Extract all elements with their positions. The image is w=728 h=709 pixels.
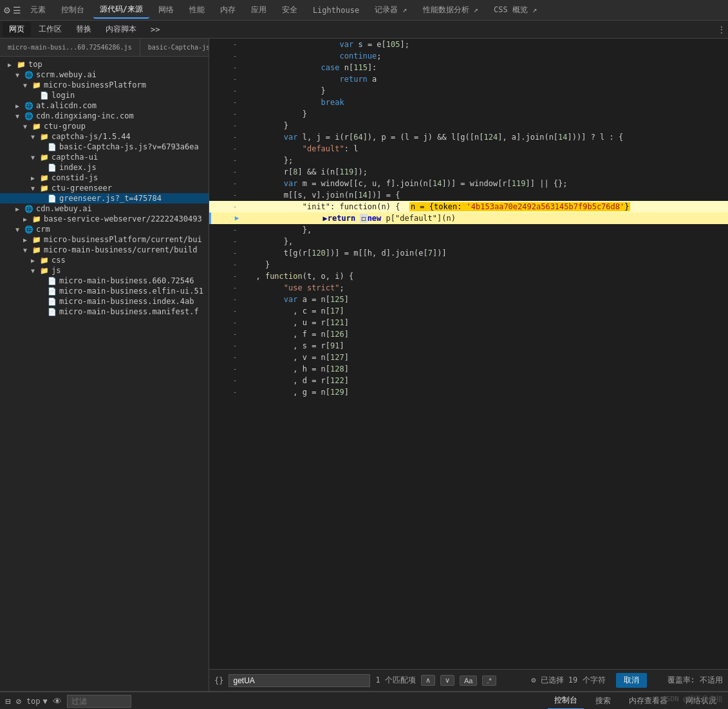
tree-item-micro-main[interactable]: ▼ 📁 micro-main-business/current/build xyxy=(0,245,209,255)
panel-settings-icon[interactable]: ⋮ xyxy=(718,25,725,34)
tree-item-index-js[interactable]: 📄 index.js xyxy=(0,162,209,173)
file-tab-1[interactable]: micro-main-busi...60.72546286.js xyxy=(0,39,140,56)
line-marker: - xyxy=(229,305,241,317)
tree-item-micro-bp[interactable]: ▶ 📁 micro-businessPlatform/current/bui xyxy=(0,234,209,245)
tab-recorder[interactable]: 记录器 ↗ xyxy=(368,2,413,18)
search-code-icon: {} xyxy=(214,676,223,685)
cancel-search-button[interactable]: 取消 xyxy=(616,673,647,688)
tree-item-js-manifest[interactable]: 📄 micro-main-business.manifest.f xyxy=(0,307,209,317)
line-code: , d = r[122] xyxy=(241,375,728,386)
tree-item-js-index[interactable]: 📄 micro-main-business.index.4ab xyxy=(0,296,209,307)
inspect-icon[interactable]: ☰ xyxy=(13,5,21,15)
panel-tab-webpage[interactable]: 网页 xyxy=(3,22,31,37)
bottom-tab-console[interactable]: 控制台 xyxy=(548,692,584,709)
code-line: - }; xyxy=(209,155,728,166)
file-tree[interactable]: micro-main-busi...60.72546286.js basic-C… xyxy=(0,39,209,691)
context-selector[interactable]: top xyxy=(26,697,41,706)
file-icon: 📄 xyxy=(48,143,57,151)
line-code: m[[s, v].join(n[14])] = { xyxy=(241,189,728,201)
file-icon: 📄 xyxy=(48,287,57,296)
tree-item-greenseer-js[interactable]: 📄 greenseer.js?_t=475784 xyxy=(0,193,209,203)
code-content[interactable]: - var s = e[105]; - continue; - case n[1… xyxy=(209,39,728,669)
tab-css-overview[interactable]: CSS 概览 ↗ xyxy=(487,2,543,18)
tree-item-mbp[interactable]: ▼ 📁 micro-businessPlatform xyxy=(0,80,209,90)
tree-item-ctu-greenseer[interactable]: ▼ 📁 ctu-greenseer xyxy=(0,183,209,193)
line-marker: - xyxy=(229,282,241,294)
sidebar-toggle-icon[interactable]: ⊟ xyxy=(5,696,10,706)
code-line: - , d = r[122] xyxy=(209,375,728,386)
tree-item-crm[interactable]: ▼ 🌐 crm xyxy=(0,224,209,234)
globe-icon: 🌐 xyxy=(24,225,33,234)
tree-item-scrm[interactable]: ▼ 🌐 scrm.webuy.ai xyxy=(0,70,209,80)
line-marker: - xyxy=(229,201,241,213)
line-marker: - xyxy=(229,259,241,270)
tree-label: micro-main-business.manifest.f xyxy=(59,307,199,316)
line-code: "use strict"; xyxy=(241,282,728,294)
bottom-tab-search[interactable]: 搜索 xyxy=(589,693,617,709)
tree-item-captcha-ui[interactable]: ▼ 📁 captcha-ui xyxy=(0,152,209,162)
tree-item-cdn-dingxiang[interactable]: ▼ 🌐 cdn.dingxiang-inc.com xyxy=(0,111,209,121)
eye-icon[interactable]: 👁 xyxy=(53,696,62,706)
tree-item-js-660[interactable]: 📄 micro-main-business.660.72546 xyxy=(0,276,209,286)
file-icon: 📄 xyxy=(48,164,57,172)
tab-lighthouse[interactable]: Lighthouse xyxy=(306,3,366,17)
folder-icon: 📁 xyxy=(32,215,41,223)
tree-label: captcha-ui xyxy=(51,153,98,162)
tab-console[interactable]: 控制台 xyxy=(55,2,91,18)
prev-match-button[interactable]: ∧ xyxy=(421,675,435,686)
line-code: case n[115]: xyxy=(241,62,728,73)
tree-item-ctu-group[interactable]: ▼ 📁 ctu-group xyxy=(0,121,209,131)
tab-sources[interactable]: 源代码/来源 xyxy=(93,1,149,19)
bottom-panel: ⊟ ⊘ top ▼ 👁 控制台 搜索 内存查看器 网络状况 › new p["d… xyxy=(0,691,728,709)
tab-perf-insights[interactable]: 性能数据分析 ↗ xyxy=(416,2,485,18)
tree-item-top[interactable]: ▶ 📁 top xyxy=(0,59,209,70)
tree-label: css xyxy=(51,256,66,265)
line-code: "init": function(n) { n = {token: '4b153… xyxy=(241,201,728,213)
file-tab-2[interactable]: basic-Captcha-js.js?v=6793a6ea xyxy=(140,39,209,56)
tab-memory[interactable]: 内存 xyxy=(214,2,242,18)
tab-network[interactable]: 网络 xyxy=(152,2,180,18)
tree-item-basic-captcha[interactable]: 📄 basic-Captcha-js.js?v=6793a6ea xyxy=(0,142,209,152)
line-marker: - xyxy=(229,108,241,120)
tree-item-cdn-webuy[interactable]: ▶ 🌐 cdn.webuy.ai xyxy=(0,203,209,214)
tree-item-js-folder[interactable]: ▼ 📁 js xyxy=(0,265,209,276)
context-arrow-icon[interactable]: ▼ xyxy=(43,697,48,706)
line-code: }; xyxy=(241,155,728,166)
line-marker: - xyxy=(229,340,241,352)
tree-item-captcha-js[interactable]: ▼ 📁 captcha-js/1.5.44 xyxy=(0,131,209,142)
tab-security[interactable]: 安全 xyxy=(275,2,304,18)
line-marker: - xyxy=(229,363,241,375)
line-code: continue; xyxy=(241,50,728,62)
clear-console-icon[interactable]: ⊘ xyxy=(15,696,21,706)
code-line: - "use strict"; xyxy=(209,282,728,294)
match-case-button[interactable]: Aa xyxy=(460,676,477,686)
tree-label: cdn.dingxiang-inc.com xyxy=(36,111,134,120)
code-line: - return a xyxy=(209,73,728,85)
line-marker: - xyxy=(229,224,241,236)
tab-application[interactable]: 应用 xyxy=(245,2,273,18)
coverage-info: 覆盖率: 不适用 xyxy=(667,675,723,686)
panel-tab-workspace[interactable]: 工作区 xyxy=(32,22,68,37)
panel-tab-content-scripts[interactable]: 内容脚本 xyxy=(99,22,143,37)
code-line: - var a = n[125] xyxy=(209,294,728,305)
tab-performance[interactable]: 性能 xyxy=(183,2,211,18)
panel-tab-more[interactable]: >> xyxy=(144,23,166,36)
selection-info: ⚙ 已选择 19 个字符 xyxy=(531,675,605,686)
panel-tab-overrides[interactable]: 替换 xyxy=(70,22,98,37)
tab-elements[interactable]: 元素 xyxy=(24,2,52,18)
tree-item-js-elfin[interactable]: 📄 micro-main-business.elfin-ui.51 xyxy=(0,286,209,296)
line-marker: - xyxy=(229,247,241,259)
tree-item-alicdn[interactable]: ▶ 🌐 at.alicdn.com xyxy=(0,100,209,111)
next-match-button[interactable]: ∨ xyxy=(440,675,454,686)
console-filter-input[interactable] xyxy=(67,695,131,708)
devtools-toolbar: ⚙ ☰ 元素 控制台 源代码/来源 网络 性能 内存 应用 安全 Lightho… xyxy=(0,0,728,21)
tree-item-login[interactable]: 📄 login xyxy=(0,90,209,100)
tree-item-css[interactable]: ▶ 📁 css xyxy=(0,255,209,265)
tree-item-constid[interactable]: ▶ 📁 constid-js xyxy=(0,173,209,183)
regex-button[interactable]: .* xyxy=(482,676,496,686)
line-marker: ▶ xyxy=(230,213,243,224)
search-input[interactable] xyxy=(229,674,370,687)
code-line: - } xyxy=(209,85,728,97)
tree-item-base-service[interactable]: ▶ 📁 base-service-webserver/22222430493 xyxy=(0,214,209,224)
folder-icon: 📁 xyxy=(40,153,49,162)
